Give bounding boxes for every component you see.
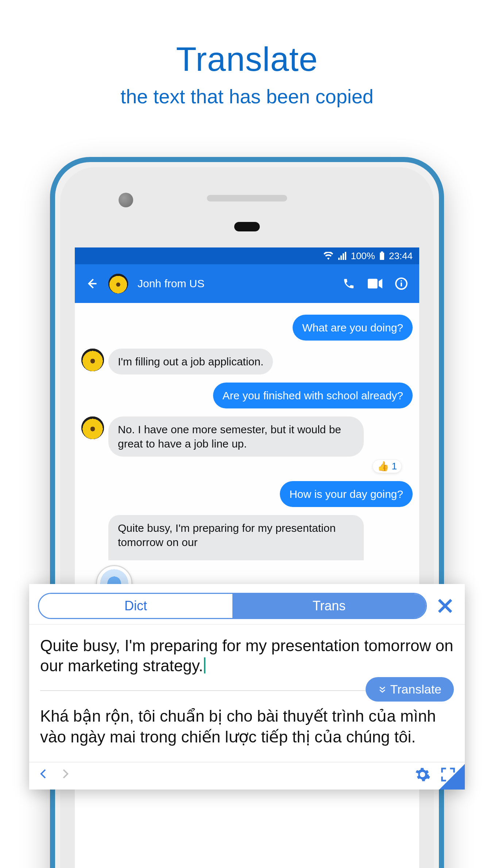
reaction-count: 1 — [392, 461, 397, 472]
translated-text: Khá bận rộn, tôi chuẩn bị cho bài thuyết… — [29, 691, 465, 762]
translate-panel: Dict Trans Quite busy, I'm preparing for… — [29, 584, 465, 790]
resize-handle[interactable] — [439, 764, 465, 790]
promo-subtitle: the text that has been copied — [0, 85, 494, 108]
promo-heading: Translate the text that has been copied — [0, 0, 494, 108]
cellular-signal-icon — [337, 252, 346, 260]
tab-dict[interactable]: Dict — [39, 594, 232, 618]
double-chevron-down-icon — [378, 685, 387, 694]
message-row: Quite busy, I'm preparing for my present… — [81, 515, 413, 560]
nav-arrows — [38, 765, 71, 785]
svg-rect-0 — [380, 253, 384, 260]
message-bubble-sent[interactable]: What are you doing? — [293, 315, 413, 341]
message-row: Are you finished with school already? — [81, 383, 413, 408]
message-row: I'm filling out a job application. — [81, 349, 413, 375]
settings-button[interactable] — [414, 767, 431, 784]
sensor-dot-icon — [119, 193, 133, 207]
phone-top-bezel — [60, 167, 434, 247]
message-bubble-received[interactable]: I'm filling out a job application. — [108, 349, 273, 375]
status-bar: 100% 23:44 — [75, 247, 419, 264]
battery-icon — [379, 251, 385, 260]
close-button[interactable] — [434, 595, 456, 617]
message-bubble-received[interactable]: Quite busy, I'm preparing for my present… — [108, 515, 364, 560]
text-cursor-icon — [204, 657, 205, 673]
camera-pill-icon — [234, 222, 260, 231]
message-bubble-received[interactable]: No. I have one more semester, but it wou… — [108, 416, 364, 457]
contact-avatar[interactable] — [108, 274, 128, 293]
battery-percent-label: 100% — [351, 250, 375, 262]
chat-header: Jonh from US — [75, 264, 419, 303]
source-text: Quite busy, I'm preparing for my present… — [40, 637, 454, 675]
gear-icon — [414, 767, 431, 783]
contact-name[interactable]: Jonh from US — [138, 277, 331, 290]
sunflower-icon — [81, 416, 104, 439]
prev-button[interactable] — [38, 765, 49, 785]
chat-area[interactable]: What are you doing? I'm filling out a jo… — [75, 303, 419, 572]
message-bubble-sent[interactable]: How is your day going? — [280, 481, 413, 507]
video-call-button[interactable] — [367, 275, 383, 292]
sunflower-icon — [108, 274, 128, 293]
tab-trans[interactable]: Trans — [232, 594, 426, 618]
voice-call-button[interactable] — [340, 275, 357, 292]
reaction-row: 👍 1 — [81, 460, 413, 473]
svg-point-5 — [401, 280, 402, 282]
mode-segmented-control: Dict Trans — [38, 593, 427, 619]
translate-panel-footer — [29, 762, 465, 790]
message-row: How is your day going? — [81, 481, 413, 507]
back-button[interactable] — [84, 276, 99, 291]
sender-avatar[interactable] — [81, 349, 104, 371]
svg-rect-2 — [368, 279, 378, 289]
promo-title: Translate — [0, 40, 494, 78]
message-bubble-sent[interactable]: Are you finished with school already? — [213, 383, 413, 408]
info-button[interactable] — [393, 275, 410, 292]
next-button[interactable] — [60, 765, 71, 785]
wifi-icon — [324, 252, 333, 260]
translate-button[interactable]: Translate — [366, 677, 454, 702]
message-row: No. I have one more semester, but it wou… — [81, 416, 413, 457]
speaker-slot-icon — [207, 195, 287, 201]
thumbs-up-icon: 👍 — [377, 461, 389, 472]
translate-panel-header: Dict Trans — [29, 584, 465, 625]
sunflower-icon — [81, 349, 104, 371]
svg-rect-1 — [381, 251, 383, 253]
translate-divider: Translate — [40, 690, 454, 691]
message-row: What are you doing? — [81, 315, 413, 341]
clock-label: 23:44 — [389, 250, 413, 262]
translate-button-label: Translate — [390, 682, 441, 696]
reaction-badge[interactable]: 👍 1 — [373, 460, 402, 473]
sender-avatar[interactable] — [81, 416, 104, 439]
